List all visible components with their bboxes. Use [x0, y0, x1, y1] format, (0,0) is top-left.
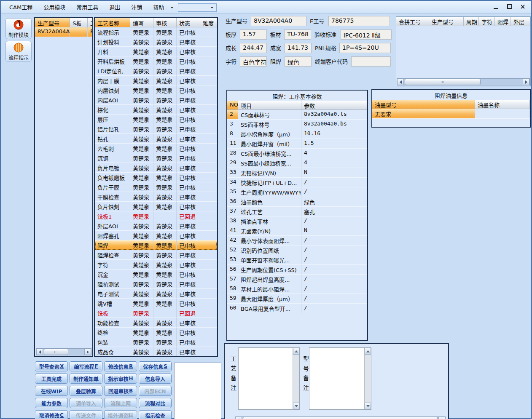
- scrollbar-thumb[interactable]: [405, 79, 481, 85]
- action-button-2-4[interactable]: 信息导入: [139, 374, 172, 384]
- process-remark-textarea[interactable]: [238, 347, 300, 410]
- column-header[interactable]: 阻焊: [495, 17, 511, 26]
- field-value[interactable]: 1.57: [240, 29, 267, 40]
- table-row[interactable]: 59最大阻焊厚度（μm）/: [227, 294, 367, 304]
- table-row[interactable]: 内层AOI黄楚泉黄楚泉已审核: [95, 95, 217, 105]
- table-row[interactable]: 铣板1黄楚泉已回退: [95, 211, 217, 221]
- field-value[interactable]: 8V32A004A0: [251, 16, 306, 26]
- table-row[interactable]: 负电镀磨板黄楚泉黄楚泉已审核: [95, 173, 217, 182]
- make-module-button[interactable]: 制作模块: [5, 18, 32, 39]
- action-button-1-1[interactable]: 型号查询X: [35, 361, 68, 371]
- column-header[interactable]: 油墨型号: [372, 100, 475, 109]
- column-header[interactable]: 工艺名称: [95, 18, 130, 27]
- field-value[interactable]: [351, 56, 391, 67]
- scroll-left-button[interactable]: [397, 79, 404, 85]
- column-header[interactable]: NO: [227, 101, 238, 110]
- scroll-up-button[interactable]: [365, 348, 371, 355]
- table-row[interactable]: 52识别码位置图纸/: [227, 246, 367, 255]
- column-header[interactable]: 外层: [511, 17, 530, 26]
- menu-item-4[interactable]: 退出: [104, 2, 126, 13]
- table-row[interactable]: 阻焊黄楚泉黄楚泉已审核: [95, 240, 217, 250]
- table-row[interactable]: 棕化黄楚泉黄楚泉已审核: [95, 105, 217, 115]
- table-row[interactable]: 60BGA采用复合型开.../: [227, 304, 367, 313]
- column-header[interactable]: 审核: [153, 18, 177, 27]
- field-value[interactable]: 786775: [328, 16, 390, 26]
- action-button-4-4[interactable]: 流程对比: [139, 398, 172, 408]
- table-row[interactable]: 成品仓黄楚泉黄楚泉已审核: [95, 347, 217, 357]
- table-row[interactable]: 35生产周期(YYWW/WWYY)/: [227, 187, 367, 197]
- table-row[interactable]: 内层蚀刻黄楚泉黄楚泉已审核: [95, 85, 217, 95]
- table-row[interactable]: 沉金黄楚泉黄楚泉已审核: [95, 270, 217, 279]
- table-row[interactable]: 11最小阻焊开窗（mil）1.5: [227, 139, 367, 149]
- column-header[interactable]: 生产型号: [35, 18, 70, 27]
- table-row[interactable]: 包装黄楚泉黄楚泉已审核: [95, 337, 217, 347]
- action-button-4-1[interactable]: 能力参数: [35, 398, 68, 408]
- table-row[interactable]: LDI定位孔黄楚泉黄楚泉已审核: [95, 66, 217, 76]
- menu-item-3[interactable]: 常用工具: [71, 2, 104, 13]
- table-row[interactable]: 计划投料黄楚泉黄楚泉已审核: [95, 37, 217, 47]
- column-header[interactable]: 油墨名称: [475, 100, 530, 109]
- column-header[interactable]: 周期: [464, 17, 479, 26]
- action-button-2-1[interactable]: 工具完成: [35, 374, 68, 384]
- table-row[interactable]: 38挡油点菲林/: [227, 216, 367, 226]
- field-value[interactable]: 绿色: [285, 56, 312, 67]
- column-header[interactable]: 生产型号: [429, 17, 464, 26]
- table-row[interactable]: 37过孔工艺塞孔: [227, 207, 367, 216]
- action-button-1-4[interactable]: 保存信息S: [139, 361, 172, 371]
- column-header[interactable]: 字符: [479, 17, 495, 26]
- table-row[interactable]: 无要求: [372, 109, 530, 119]
- table-row[interactable]: 外层AOI黄楚泉黄楚泉已审核: [95, 221, 217, 231]
- column-header[interactable]: 编写: [130, 18, 153, 27]
- field-value[interactable]: 1P=4S=20U: [339, 43, 391, 53]
- scroll-right-button[interactable]: [438, 417, 445, 419]
- table-row[interactable]: 41无卤素(Y/N)N: [227, 226, 367, 236]
- scrollbar-thumb[interactable]: [44, 349, 68, 355]
- table-row[interactable]: 流程指示黄楚泉黄楚泉已审核: [95, 27, 217, 37]
- table-row[interactable]: 去毛刺黄楚泉黄楚泉已审核: [95, 144, 217, 153]
- table-row[interactable]: 铣板黄楚泉已回退: [95, 308, 217, 318]
- table-row[interactable]: 沉铜黄楚泉黄楚泉已审核: [95, 153, 217, 163]
- table-row[interactable]: 3SS面菲林号8v32a004a0.bs: [227, 120, 367, 129]
- table-row[interactable]: 电子测试黄楚泉黄楚泉已审核: [95, 289, 217, 299]
- table-row[interactable]: 36油墨颜色绿色: [227, 197, 367, 207]
- close-button[interactable]: ×: [519, 3, 527, 11]
- table-row[interactable]: 33无铅标记(Y/N)N: [227, 168, 367, 178]
- action-button-3-3[interactable]: 回退审核B: [104, 386, 137, 396]
- action-button-3-1[interactable]: 在线WIP: [35, 386, 68, 396]
- table-row[interactable]: 开料黄楚泉黄楚泉已审核: [95, 47, 217, 56]
- restore-button[interactable]: [505, 3, 513, 11]
- action-button-1-3[interactable]: 修改信息R: [104, 361, 137, 371]
- scroll-down-button[interactable]: [365, 403, 371, 409]
- chevron-down-icon[interactable]: [170, 7, 174, 8]
- table-row[interactable]: 铝片钻孔黄楚泉黄楚泉已审核: [95, 124, 217, 134]
- column-header[interactable]: 项目: [238, 101, 301, 110]
- table-row[interactable]: 58基材上的最小阻焊.../: [227, 284, 367, 294]
- scrollbar-thumb[interactable]: [243, 417, 438, 419]
- action-button-5-1[interactable]: 取消修改C: [35, 410, 68, 419]
- table-row[interactable]: 29SS面最小绿油桥宽...4: [227, 158, 367, 168]
- table-row[interactable]: 层压黄楚泉黄楚泉已审核: [95, 115, 217, 124]
- table-row[interactable]: 34快捷标记(FP+UL+D.../: [227, 178, 367, 187]
- table-row[interactable]: 8最小拐角厚度（μm）10.16: [227, 129, 367, 139]
- table-row[interactable]: 跳V槽黄楚泉黄楚泉已审核: [95, 299, 217, 308]
- column-header[interactable]: 状态: [177, 18, 200, 27]
- menu-item-5[interactable]: 注销: [126, 2, 148, 13]
- menu-item-6[interactable]: 帮助: [148, 2, 169, 13]
- scroll-up-button[interactable]: [293, 348, 299, 355]
- column-header[interactable]: S板: [70, 18, 88, 27]
- table-row[interactable]: 57阻焊超出焊盘高度.../: [227, 275, 367, 284]
- minimize-button[interactable]: [492, 3, 500, 11]
- table-row[interactable]: 56生产周期位置(CS+SS)/: [227, 265, 367, 275]
- table-row[interactable]: 负片干膜黄楚泉黄楚泉已审核: [95, 182, 217, 192]
- table-row[interactable]: 2CS面菲林号8v32a004a0.ts: [227, 110, 367, 120]
- table-row[interactable]: 阻抗测试黄楚泉黄楚泉已审核: [95, 279, 217, 289]
- table-row[interactable]: 28CS面最小绿油桥宽...4: [227, 149, 367, 158]
- flow-indicator-button[interactable]: 流程指示: [5, 41, 32, 62]
- table-row[interactable]: 42最小导体表面阻焊.../: [227, 236, 367, 246]
- scroll-left-button[interactable]: [235, 417, 242, 419]
- table-row[interactable]: 干膜检查黄楚泉黄楚泉已审核: [95, 192, 217, 202]
- action-button-2-3[interactable]: 指示审核H: [104, 374, 137, 384]
- column-header[interactable]: 参数: [301, 101, 367, 110]
- table-row[interactable]: 钻孔黄楚泉黄楚泉已审核: [95, 134, 217, 144]
- table-row[interactable]: 负片蚀刻黄楚泉黄楚泉已审核: [95, 202, 217, 211]
